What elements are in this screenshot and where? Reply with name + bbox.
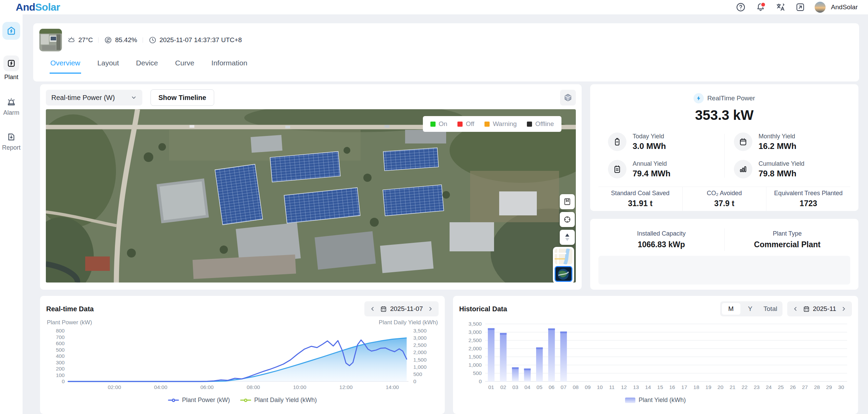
svg-text:300: 300 (56, 360, 65, 365)
svg-text:24: 24 (766, 384, 772, 390)
notifications-bell-icon[interactable] (755, 2, 766, 13)
bolt-icon (694, 93, 704, 103)
svg-text:100: 100 (56, 372, 65, 378)
svg-text:18: 18 (694, 384, 699, 390)
notification-badge (761, 2, 766, 7)
historical-date-picker: 2025-11 (787, 301, 852, 316)
environmental-impact-row: Standard Coal Saved 31.91 t CO₂ Avoided … (598, 187, 850, 211)
period-toggle: M Y Total (720, 301, 782, 316)
svg-text:25: 25 (778, 384, 783, 390)
plant-yield-swatch (625, 398, 635, 403)
tab-device[interactable]: Device (135, 57, 159, 74)
svg-text:23: 23 (754, 384, 760, 390)
prev-day-button[interactable] (370, 306, 375, 312)
legend-plant-daily-yield[interactable]: Plant Daily Yield (kWh) (240, 397, 317, 404)
sidebar-item-report[interactable]: Report (2, 132, 21, 151)
status-color-off (457, 122, 463, 127)
realtime-chart-legend: Plant Power (kW) Plant Daily Yield (kWh) (46, 397, 439, 404)
humidity-item: 85.42% (104, 36, 137, 44)
svg-text:10:00: 10:00 (293, 384, 307, 390)
user-avatar[interactable] (815, 2, 826, 13)
svg-text:0: 0 (413, 378, 416, 384)
svg-text:3,500: 3,500 (413, 328, 427, 334)
stat-monthly-yield: Monthly Yield16.2 MWh (724, 133, 850, 151)
svg-text:800: 800 (56, 328, 65, 334)
stat-co2-avoided: CO₂ Avoided 37.9 t (682, 187, 766, 211)
satellite-map[interactable]: On Off Warning Offline (46, 109, 576, 283)
svg-text:11: 11 (609, 384, 614, 390)
prev-month-button[interactable] (793, 306, 798, 312)
svg-text:12:00: 12:00 (339, 384, 353, 390)
svg-text:1,000: 1,000 (468, 362, 482, 368)
svg-text:04:00: 04:00 (154, 384, 167, 390)
svg-text:14:00: 14:00 (386, 384, 399, 390)
svg-text:06:00: 06:00 (200, 384, 214, 390)
svg-text:500: 500 (413, 371, 422, 377)
tab-curve[interactable]: Curve (174, 57, 195, 74)
map-locate-button[interactable] (560, 212, 575, 227)
tab-information[interactable]: Information (211, 57, 248, 74)
historical-bar-chart: 05001,0001,5002,0002,5003,0003,500010203… (459, 319, 852, 392)
status-color-offline (527, 122, 532, 127)
plant-tabs: Overview Layout Device Curve Information (33, 57, 859, 74)
historical-chart-legend: Plant Yield (kWh) (459, 397, 852, 404)
calendar-icon (734, 133, 752, 151)
tab-layout[interactable]: Layout (97, 57, 120, 74)
date-value[interactable]: 2025-11-07 (380, 305, 423, 313)
sidebar-item-alarm[interactable]: Alarm (3, 97, 19, 116)
stat-coal-saved: Standard Coal Saved 31.91 t (598, 187, 682, 211)
period-year-option[interactable]: Y (741, 303, 760, 315)
legend-item-off: Off (457, 120, 474, 128)
fullscreen-icon[interactable] (795, 2, 806, 13)
logo-text-and: And (16, 1, 35, 13)
svg-text:2,500: 2,500 (413, 342, 427, 348)
app-logo[interactable]: AndSolar (16, 1, 60, 13)
show-timeline-label: Show Timeline (158, 94, 206, 102)
next-day-button[interactable] (428, 306, 433, 312)
next-month-button[interactable] (841, 306, 846, 312)
zoom-out-arrow (565, 238, 569, 241)
metric-select-value: Real-time Power (W) (51, 94, 115, 102)
svg-text:1,500: 1,500 (413, 357, 427, 363)
realtime-data-card: Real-time Data 2025-11-07 Plant Power (k… (40, 296, 445, 414)
legend-plant-power[interactable]: Plant Power (kW) (168, 397, 230, 404)
sidebar-item-label: Alarm (3, 109, 19, 116)
logo-text-solar: Solar (35, 1, 60, 13)
svg-text:22: 22 (742, 384, 748, 390)
metric-select[interactable]: Real-time Power (W) (46, 90, 142, 105)
period-total-option[interactable]: Total (760, 303, 781, 315)
svg-text:19: 19 (705, 384, 711, 390)
legend-plant-yield[interactable]: Plant Yield (kWh) (625, 397, 686, 404)
bookmark-icon (563, 198, 571, 206)
svg-text:2,000: 2,000 (468, 346, 482, 351)
svg-text:02: 02 (500, 384, 506, 390)
month-value[interactable]: 2025-11 (803, 305, 836, 313)
map-3d-toggle-button[interactable] (560, 90, 576, 105)
humidity-value: 85.42% (115, 36, 137, 44)
tab-overview[interactable]: Overview (50, 57, 81, 74)
alarm-siren-icon (6, 97, 16, 107)
svg-text:03: 03 (513, 384, 518, 390)
stat-annual-yield: Annual Yield79.4 MWh (598, 160, 724, 178)
sidebar-item-home[interactable] (2, 22, 20, 40)
svg-text:08: 08 (573, 384, 579, 390)
map-zoom-stepper[interactable] (560, 230, 575, 245)
map-type-satellite[interactable] (555, 266, 572, 282)
language-translate-icon[interactable] (775, 2, 786, 13)
cube-icon (563, 93, 572, 102)
help-icon[interactable] (735, 2, 746, 13)
plant-thumbnail (39, 29, 62, 51)
map-type-selector (553, 247, 574, 283)
period-month-option[interactable]: M (722, 303, 740, 315)
map-type-street[interactable] (555, 249, 572, 264)
svg-text:3,000: 3,000 (413, 335, 427, 341)
map-bookmark-button[interactable] (560, 194, 575, 209)
clock-icon (148, 36, 157, 44)
svg-text:2,000: 2,000 (413, 349, 427, 355)
legend-item-offline: Offline (527, 120, 554, 128)
svg-text:700: 700 (56, 334, 65, 340)
show-timeline-button[interactable]: Show Timeline (151, 89, 214, 106)
svg-text:27: 27 (802, 384, 808, 390)
sidebar-item-plant[interactable]: Plant (3, 55, 19, 81)
stat-installed-capacity: Installed Capacity 1066.83 kWp (598, 226, 724, 254)
